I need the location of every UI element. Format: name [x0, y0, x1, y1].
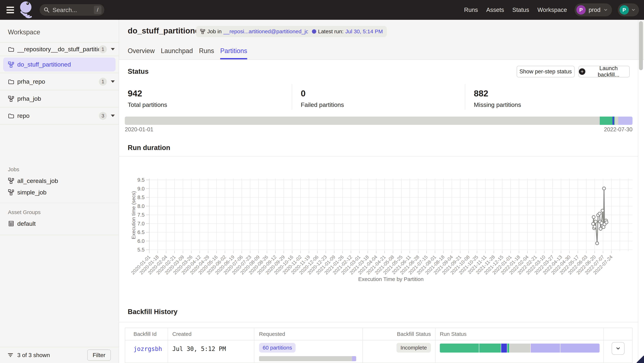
deployment-name: prod: [588, 6, 600, 13]
search-icon: [44, 7, 50, 13]
partition-bar-start-date: 2020-01-01: [125, 126, 154, 133]
launch-backfill-button[interactable]: + Launch backfill...: [578, 66, 630, 77]
nav-link-workspace[interactable]: Workspace: [537, 6, 567, 13]
repo-list: __repository__do_stuff_partitio...1 do_s…: [0, 42, 119, 124]
stat-label: Total partitions: [128, 101, 292, 108]
data-point[interactable]: [605, 221, 608, 224]
menu-icon[interactable]: [6, 6, 16, 14]
deployment-switcher[interactable]: P prod: [574, 4, 612, 16]
column-header-requested: Requested: [254, 328, 363, 340]
stat-total-partitions: 942 Total partitions: [119, 84, 292, 110]
job-tabs: OverviewLaunchpadRunsPartitions: [128, 47, 247, 59]
data-point[interactable]: [598, 212, 601, 215]
expand-caret-icon[interactable]: [111, 80, 115, 83]
vertical-scrollbar[interactable]: [639, 21, 643, 70]
sidebar-item-all_cereals_job[interactable]: all_cereals_job: [0, 175, 119, 186]
run-status-dot-icon: [312, 29, 316, 34]
sidebar-item-label: default: [17, 220, 36, 227]
backfill-row: jozrgsbhJul 30, 5:12 PM 60 partitions 20…: [125, 340, 632, 363]
search-input[interactable]: [52, 6, 94, 14]
sidebar-heading: Workspace: [8, 28, 40, 36]
run-duration-chart: 9.59.08.58.07.57.06.56.05.52020-01-01202…: [119, 158, 638, 284]
data-point[interactable]: [602, 187, 606, 190]
sidebar-item-label: simple_job: [17, 189, 46, 196]
sidebar-item-default[interactable]: default: [0, 218, 119, 229]
y-tick-label: 8.5: [138, 194, 145, 200]
nav-link-runs[interactable]: Runs: [464, 6, 478, 13]
sidebar-item-prha-job[interactable]: prha_job: [0, 90, 119, 107]
data-point[interactable]: [601, 209, 604, 212]
search-shortcut-badge: /: [94, 6, 102, 14]
sidebar-item-label: prha_repo: [17, 78, 99, 85]
sidebar-item-do-stuff-partitioned[interactable]: do_stuff_partitioned: [0, 56, 119, 73]
data-point[interactable]: [592, 216, 595, 218]
user-menu[interactable]: P: [618, 4, 639, 16]
bar-segment: [618, 116, 632, 125]
x-axis-title: Execution Time by Partition: [358, 276, 424, 282]
latest-run-link[interactable]: Jul 30, 5:14 PM: [346, 28, 383, 34]
tab-launchpad[interactable]: Launchpad: [161, 47, 193, 59]
data-point[interactable]: [600, 222, 603, 224]
data-point[interactable]: [594, 220, 597, 223]
divider: [0, 203, 119, 203]
dagster-logo-icon[interactable]: [19, 1, 34, 19]
column-header-run-status: Run Status: [436, 328, 604, 340]
content-right-edge: [638, 20, 638, 363]
table-body: jozrgsbhJul 30, 5:12 PM 60 partitions 20…: [125, 340, 632, 363]
tab-overview[interactable]: Overview: [128, 47, 155, 59]
expand-caret-icon[interactable]: [111, 48, 115, 50]
data-point[interactable]: [596, 242, 599, 245]
sidebar-item-simple_job[interactable]: simple_job: [0, 186, 119, 198]
requested-partitions-badge[interactable]: 60 partitions: [259, 343, 296, 352]
nav-link-status[interactable]: Status: [512, 6, 529, 13]
expand-caret-icon[interactable]: [111, 114, 115, 117]
job-icon: [200, 29, 206, 34]
divider: [0, 124, 119, 124]
stat-label: Missing partitions: [474, 101, 638, 108]
backfill-id-link[interactable]: jozrgsbh: [134, 345, 162, 352]
stat-value: 882: [474, 88, 638, 98]
y-tick-label: 9.5: [138, 177, 145, 183]
sidebar-item-label: prha_job: [17, 95, 115, 102]
sidebar-item-label: repo: [17, 112, 99, 119]
sidebar-section-jobs: Jobs all_cereals_job simple_job: [0, 166, 119, 198]
partition-status-bar[interactable]: [125, 116, 632, 125]
column-header-backfill-id: Backfill Id: [125, 328, 168, 340]
bar-segment: [600, 116, 612, 125]
column-header-actions: [604, 328, 632, 340]
data-point[interactable]: [599, 227, 602, 230]
run-status-bar[interactable]: [440, 344, 600, 352]
sidebar-item--repository-do-stuff-partitio-[interactable]: __repository__do_stuff_partitio...1: [0, 42, 119, 56]
sidebar-item-repo[interactable]: repo3: [0, 107, 119, 124]
backfill-history-table: Backfill IdCreatedRequestedBackfill Stat…: [125, 328, 632, 363]
sidebar-groups: Jobs all_cereals_job simple_jobAsset Gro…: [0, 166, 119, 235]
job-location-badge: Job in __reposi...artitioned@partitioned…: [196, 26, 325, 37]
job-icon: [8, 178, 14, 184]
sidebar-item-label: do_stuff_partitioned: [17, 61, 116, 68]
section-heading: Asset Groups: [0, 209, 119, 215]
y-tick-label: 6.0: [138, 238, 145, 244]
filter-button[interactable]: Filter: [87, 350, 111, 361]
tab-runs[interactable]: Runs: [199, 47, 214, 59]
bar-segment: [352, 356, 356, 361]
job-icon: [8, 96, 14, 102]
show-per-step-status-button[interactable]: Show per-step status: [517, 66, 574, 77]
global-search[interactable]: /: [40, 4, 104, 16]
latest-run-badge: Latest run: Jul 30, 5:14 PM: [308, 26, 387, 37]
y-tick-label: 9.0: [138, 186, 145, 192]
tab-partitions[interactable]: Partitions: [220, 47, 247, 59]
user-avatar: P: [620, 5, 629, 14]
latest-run-prefix: Latest run:: [318, 28, 344, 34]
data-point[interactable]: [593, 225, 596, 228]
stat-value: 0: [301, 88, 465, 98]
item-count-badge: 3: [99, 112, 107, 120]
nav-link-assets[interactable]: Assets: [486, 6, 504, 13]
sidebar-item-prha-repo[interactable]: prha_repo1: [0, 73, 119, 90]
stat-missing-partitions: 882 Missing partitions: [465, 84, 638, 110]
top-nav-links: RunsAssetsStatusWorkspace: [464, 6, 567, 13]
expand-row-button[interactable]: [612, 342, 624, 355]
job-location-link[interactable]: __reposi...artitioned@partitioned_job: [224, 28, 312, 34]
item-count-badge: 1: [99, 45, 107, 53]
bar-segment: [510, 344, 530, 352]
bar-segment: [125, 116, 600, 125]
